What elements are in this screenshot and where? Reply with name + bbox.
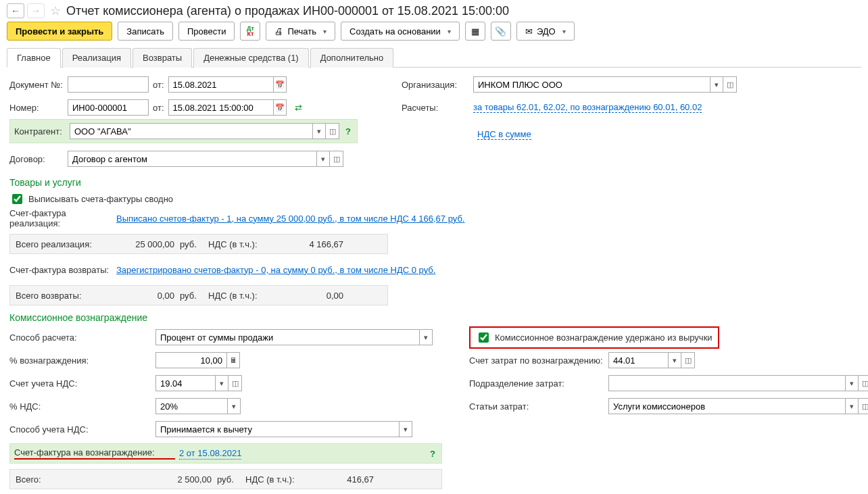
calc-method-input[interactable]	[155, 329, 419, 345]
structure-icon-button[interactable]: ▦	[465, 22, 485, 41]
vat-incl-label: НДС (в т.ч.):	[208, 239, 262, 249]
nav-back-button[interactable]: ←	[7, 3, 24, 18]
sf-returns-link[interactable]: Зарегистрировано счетов-фактур - 0, на с…	[116, 265, 435, 275]
open-icon[interactable]: ◫	[681, 352, 695, 368]
vat-method-input[interactable]	[155, 421, 399, 437]
tab-returns[interactable]: Возвраты	[132, 48, 192, 68]
tab-cash[interactable]: Денежные средства (1)	[193, 48, 309, 68]
print-button[interactable]: 🖨Печать	[266, 22, 335, 41]
dropdown-icon[interactable]: ▾	[419, 329, 433, 345]
cost-items-input[interactable]	[608, 398, 845, 414]
nav-forward-button[interactable]: →	[27, 3, 45, 18]
dropdown-icon[interactable]: ▾	[845, 398, 859, 414]
counterparty-input[interactable]	[70, 123, 312, 139]
dropdown-icon[interactable]: ▾	[399, 421, 412, 437]
cost-division-input[interactable]	[608, 375, 845, 391]
rub-label: руб.	[174, 239, 208, 249]
rub-label-2: руб.	[174, 291, 208, 301]
sf-commission-label: Счет-фактура на вознаграждение:	[14, 447, 175, 460]
open-icon[interactable]: ◫	[326, 123, 339, 139]
vat-commission-value: 416,67	[299, 474, 374, 485]
goods-services-title: Товары и услуги	[9, 177, 859, 188]
vat-pct-input[interactable]	[155, 398, 227, 414]
save-button[interactable]: Записать	[118, 22, 173, 41]
help-icon[interactable]: ?	[343, 126, 353, 137]
dropdown-icon[interactable]: ▾	[845, 375, 859, 391]
total-returns-value: 0,00	[93, 291, 174, 301]
vat-account-label: Счет учета НДС:	[9, 378, 151, 389]
dropdown-icon[interactable]: ▾	[316, 151, 330, 167]
vat-method-label: Способ учета НДС:	[9, 424, 151, 435]
issue-invoices-summary-checkbox[interactable]	[12, 194, 22, 204]
number-label: Номер:	[9, 103, 64, 113]
tab-extra[interactable]: Дополнительно	[310, 48, 394, 68]
from-label-1: от:	[153, 80, 164, 90]
doc-date-input[interactable]	[168, 76, 273, 93]
favorite-star-icon[interactable]: ☆	[50, 3, 61, 18]
open-icon[interactable]: ◫	[330, 151, 343, 167]
open-icon[interactable]: ◫	[723, 76, 737, 93]
sf-commission-link[interactable]: 2 от 15.08.2021	[179, 448, 241, 460]
post-button[interactable]: Провести	[178, 22, 235, 41]
sf-realization-link[interactable]: Выписано счетов-фактур - 1, на сумму 25 …	[116, 214, 464, 224]
commission-withheld-checkbox[interactable]	[479, 332, 489, 343]
issue-invoices-summary-label: Выписывать счета-фактуры сводно	[28, 194, 173, 204]
total-label: Всего:	[16, 474, 130, 485]
dropdown-icon[interactable]: ▾	[227, 398, 241, 414]
dropdown-icon[interactable]: ▾	[668, 352, 681, 368]
calendar-icon[interactable]: 📅	[273, 76, 287, 93]
mail-icon: ✉	[525, 26, 533, 36]
contract-label: Договор:	[9, 154, 64, 164]
total-realization-label: Всего реализация:	[16, 239, 93, 249]
commission-withheld-label: Комиссионное вознаграждение удержано из …	[495, 332, 713, 343]
edo-button[interactable]: ✉ЭДО	[516, 22, 575, 41]
total-realization-value: 25 000,00	[93, 239, 174, 249]
commission-pct-label: % вознаграждения:	[9, 355, 151, 366]
vat-account-input[interactable]	[155, 375, 215, 391]
help-icon-2[interactable]: ?	[428, 449, 437, 459]
settlements-link[interactable]: за товары 62.01, 62.02, по вознаграждени…	[473, 102, 702, 113]
vat-in-sum-link[interactable]: НДС в сумме	[477, 129, 531, 140]
attach-icon-button[interactable]: 📎	[491, 22, 511, 41]
commission-pct-input[interactable]	[155, 352, 226, 368]
cost-account-commission-input[interactable]	[608, 352, 668, 368]
cost-division-label: Подразделение затрат:	[469, 378, 604, 389]
contract-input[interactable]	[68, 151, 316, 167]
total-commission-value: 2 500,00	[130, 474, 212, 485]
number-input[interactable]	[68, 99, 149, 116]
dropdown-icon[interactable]: ▾	[312, 123, 326, 139]
from-label-2: от:	[153, 103, 164, 113]
dropdown-icon[interactable]: ▾	[710, 76, 723, 93]
tab-realization[interactable]: Реализация	[62, 48, 131, 68]
post-and-close-button[interactable]: Провести и закрыть	[7, 22, 112, 41]
vat-pct-label: % НДС:	[9, 401, 151, 412]
open-icon[interactable]: ◫	[228, 375, 242, 391]
sf-returns-label: Счет-фактура возвраты:	[9, 265, 112, 275]
doc-num-input[interactable]	[68, 76, 149, 93]
dt-kt-icon-button[interactable]: ДтКт	[240, 22, 260, 41]
doc-num-label: Документ №:	[9, 80, 64, 90]
counterparty-label: Контрагент:	[14, 126, 66, 137]
open-icon[interactable]: ◫	[859, 398, 868, 414]
settlements-label: Расчеты:	[402, 103, 469, 113]
calculator-icon[interactable]: 🖩	[226, 352, 240, 368]
calendar-icon-2[interactable]: 📅	[273, 99, 287, 116]
vat-incl-label-3: НДС (в т.ч.):	[245, 474, 299, 485]
total-returns-label: Всего возвраты:	[16, 291, 93, 301]
calc-method-label: Способ расчета:	[9, 332, 151, 343]
open-icon[interactable]: ◫	[859, 375, 868, 391]
page-title: Отчет комиссионера (агента) о продажах И…	[66, 4, 509, 18]
create-based-on-button[interactable]: Создать на основании	[341, 22, 460, 41]
tab-main[interactable]: Главное	[7, 48, 61, 68]
dropdown-icon[interactable]: ▾	[215, 375, 228, 391]
vat-realization-value: 4 166,67	[262, 239, 343, 249]
organization-label: Организация:	[402, 80, 469, 90]
cost-account-commission-label: Счет затрат по вознаграждению:	[469, 355, 604, 366]
commission-title: Комиссионное вознаграждение	[9, 312, 859, 323]
sf-realization-label: Счет-фактура реализация:	[9, 208, 112, 228]
number-datetime-input[interactable]	[168, 99, 273, 116]
vat-incl-label-2: НДС (в т.ч.):	[208, 291, 262, 301]
organization-input[interactable]	[473, 76, 710, 93]
vat-returns-value: 0,00	[262, 291, 343, 301]
refresh-icon[interactable]: ⇄	[295, 103, 302, 113]
